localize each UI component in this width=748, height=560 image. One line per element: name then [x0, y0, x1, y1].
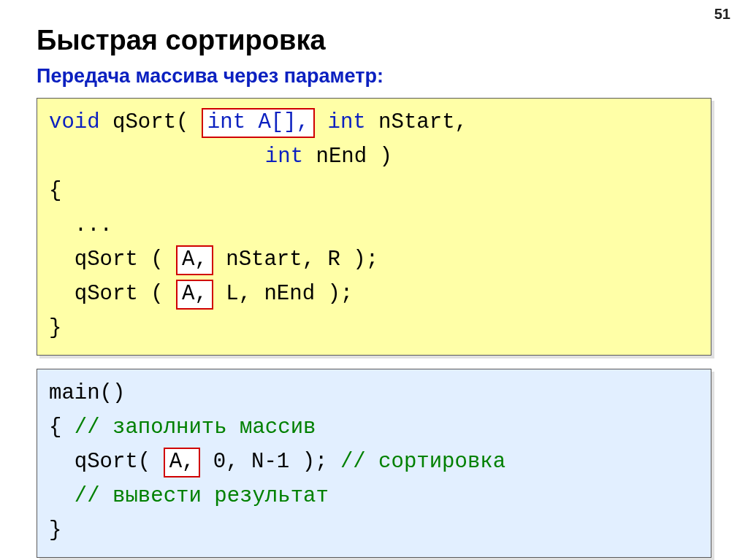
highlighted-param: int A[], — [202, 108, 315, 138]
code-comment: // вывести результат — [49, 480, 699, 514]
code-text: L, nEnd ); — [213, 282, 353, 306]
code-text: qSort( — [49, 450, 164, 474]
code-comment: // заполнить массив — [75, 415, 316, 440]
code-line: } — [49, 312, 699, 346]
keyword: int — [265, 145, 303, 169]
code-line: qSort( A, 0, N-1 ); // сортировка — [49, 445, 699, 480]
code-line: qSort ( A, nStart, R ); — [49, 243, 699, 277]
code-comment: // сортировка — [340, 450, 505, 474]
code-line: main() — [49, 377, 699, 411]
highlighted-arg: A, — [176, 280, 213, 310]
keyword: void — [49, 110, 100, 134]
code-line: } — [49, 514, 699, 548]
code-block-main: main() { // заполнить массив qSort( A, 0… — [37, 369, 711, 558]
code-line: void qSort( int A[], int nStart, — [49, 106, 699, 140]
code-text: qSort ( — [49, 248, 176, 272]
code-text: { — [49, 415, 75, 440]
code-text — [49, 145, 265, 169]
code-line: { — [49, 174, 699, 209]
code-text: int A[], — [207, 110, 309, 134]
code-text: nEnd ) — [303, 145, 392, 169]
code-line: { // заполнить массив — [49, 411, 699, 445]
code-text: 0, N-1 ); — [200, 450, 340, 474]
code-text: nStart, — [366, 110, 468, 134]
highlighted-arg: A, — [176, 245, 213, 275]
slide-title: Быстрая сортировка — [37, 25, 711, 56]
slide-subtitle: Передача массива через параметр: — [37, 65, 711, 88]
code-line: int nEnd ) — [49, 140, 699, 174]
code-line: qSort ( A, L, nEnd ); — [49, 277, 699, 312]
highlighted-arg: A, — [164, 448, 201, 477]
code-text: qSort ( — [49, 282, 176, 306]
code-text: nStart, R ); — [213, 248, 378, 272]
code-block-function: void qSort( int A[], int nStart, int nEn… — [37, 98, 711, 356]
code-text: qSort( — [100, 110, 202, 134]
page-number: 51 — [714, 6, 730, 23]
keyword: int — [328, 110, 366, 134]
code-line: ... — [49, 209, 699, 243]
code-text — [315, 110, 327, 134]
